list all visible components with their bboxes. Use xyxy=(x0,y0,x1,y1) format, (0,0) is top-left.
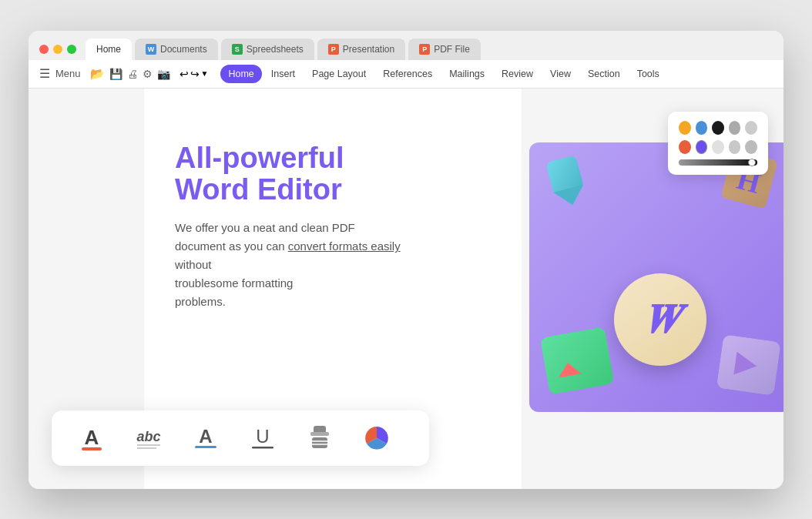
toolbar-icons: 📂 💾 🖨 ⚙ 📷 xyxy=(90,67,170,81)
save-icon[interactable]: 💾 xyxy=(109,68,122,80)
doc-title-line1: All-powerful xyxy=(175,142,491,175)
color-picker-popup[interactable] xyxy=(668,112,768,175)
hero-image: H 𝑾 xyxy=(529,142,783,412)
menu-item-tools-label: Tools xyxy=(637,69,659,79)
tab-pdf-label: PDF File xyxy=(434,44,470,55)
pie-chart-tool[interactable] xyxy=(360,421,394,455)
green-card-icon xyxy=(540,326,615,398)
dropdown-icon[interactable]: ▼ xyxy=(201,69,209,78)
svg-rect-16 xyxy=(252,447,273,449)
doc-body-text: We offer you a neat and clean PDF docume… xyxy=(175,219,406,311)
menu-item-references-label: References xyxy=(383,69,432,79)
color-blue[interactable] xyxy=(696,121,708,135)
color-light-gray3[interactable] xyxy=(745,140,757,154)
map-pin-icon xyxy=(542,153,593,218)
pdf-icon: P xyxy=(419,44,430,55)
presentation-icon: P xyxy=(328,44,339,55)
menu-item-mailings-label: Mailings xyxy=(449,69,485,79)
menu-button[interactable]: ☰ Menu xyxy=(39,66,81,81)
w-letter: 𝑾 xyxy=(643,296,678,343)
tab-presentation-label: Presentation xyxy=(343,44,394,55)
close-button[interactable] xyxy=(39,45,49,54)
doc-body-link[interactable]: convert formats easily xyxy=(288,239,401,253)
right-section: H 𝑾 xyxy=(522,89,783,489)
browser-window: Home W Documents S Spreedsheets P Presen… xyxy=(29,31,783,489)
svg-rect-9 xyxy=(82,447,102,450)
menu-item-home[interactable]: Home xyxy=(220,65,261,83)
w-logo: 𝑾 xyxy=(614,273,706,366)
svg-text:A: A xyxy=(199,426,212,447)
tab-documents[interactable]: W Documents xyxy=(135,39,218,60)
menu-item-view[interactable]: View xyxy=(542,65,579,83)
hamburger-icon: ☰ xyxy=(39,66,50,81)
spreadsheets-icon: S xyxy=(232,44,243,55)
brightness-slider[interactable] xyxy=(679,159,757,166)
bottom-toolbar: A abc A xyxy=(52,410,429,466)
undo-icon[interactable]: ↩ xyxy=(180,68,189,80)
menu-item-mailings[interactable]: Mailings xyxy=(441,65,492,83)
menu-label: Menu xyxy=(55,68,81,79)
maximize-button[interactable] xyxy=(67,45,76,54)
tab-presentation[interactable]: P Presentation xyxy=(317,39,405,60)
toolbar: ☰ Menu 📂 💾 🖨 ⚙ 📷 ↩ ↪ ▼ Home Insert Page … xyxy=(29,60,783,89)
svg-rect-19 xyxy=(312,437,327,448)
color-light-gray2[interactable] xyxy=(729,140,741,154)
tab-spreadsheets[interactable]: S Spreedsheets xyxy=(221,39,314,60)
font-underline-tool[interactable]: A xyxy=(189,421,223,455)
redo-icon[interactable]: ↪ xyxy=(190,68,200,80)
print-icon[interactable]: 🖨 xyxy=(127,68,138,80)
menu-item-page-layout[interactable]: Page Layout xyxy=(304,65,374,83)
menu-item-view-label: View xyxy=(550,69,571,79)
color-purple[interactable] xyxy=(696,140,708,154)
color-black[interactable] xyxy=(712,121,724,135)
menu-item-insert-label: Insert xyxy=(271,69,295,79)
svg-text:U: U xyxy=(256,426,269,447)
tab-home[interactable]: Home xyxy=(86,39,132,60)
svg-rect-18 xyxy=(310,432,329,436)
menu-item-review-label: Review xyxy=(502,69,533,79)
svg-text:abc: abc xyxy=(136,429,160,444)
menu-item-references[interactable]: References xyxy=(375,65,440,83)
slider-thumb[interactable] xyxy=(748,159,756,166)
font-color-tool[interactable]: A xyxy=(75,421,109,455)
camera-icon[interactable]: 📷 xyxy=(157,68,170,80)
color-gray1[interactable] xyxy=(729,121,741,135)
menu-bar: Home Insert Page Layout References Maili… xyxy=(220,65,666,83)
menu-item-insert[interactable]: Insert xyxy=(263,65,303,83)
color-yellow[interactable] xyxy=(679,121,691,135)
color-gray2[interactable] xyxy=(745,121,757,135)
menu-item-review[interactable]: Review xyxy=(494,65,541,83)
content-area: All-powerful Word Editor We offer you a … xyxy=(29,89,783,489)
tab-documents-label: Documents xyxy=(160,44,207,55)
toolbar-nav: ↩ ↪ ▼ xyxy=(180,68,209,80)
color-row-1 xyxy=(679,121,757,135)
svg-text:A: A xyxy=(85,426,99,449)
minimize-button[interactable] xyxy=(53,45,62,54)
tab-home-label: Home xyxy=(96,44,121,55)
text-highlight-tool[interactable]: abc xyxy=(132,421,166,455)
color-red[interactable] xyxy=(679,140,691,154)
hero-3d-container: H 𝑾 xyxy=(529,142,783,412)
underline-tool[interactable]: U xyxy=(246,421,280,455)
menu-item-section-label: Section xyxy=(588,69,620,79)
tab-pdf-file[interactable]: P PDF File xyxy=(408,39,481,60)
doc-body-text-after: withouttroublesome formattingproblems. xyxy=(175,258,293,308)
menu-item-page-layout-label: Page Layout xyxy=(312,69,366,79)
folder-open-icon[interactable]: 📂 xyxy=(90,67,105,81)
menu-item-section[interactable]: Section xyxy=(580,65,628,83)
color-light-gray1[interactable] xyxy=(712,140,724,154)
menu-item-home-label: Home xyxy=(228,69,253,79)
menu-item-tools[interactable]: Tools xyxy=(629,65,667,83)
tab-spreadsheets-label: Spreedsheets xyxy=(247,44,304,55)
traffic-lights xyxy=(39,45,76,54)
settings-icon[interactable]: ⚙ xyxy=(143,68,153,80)
purple-card-icon xyxy=(716,334,781,399)
svg-rect-14 xyxy=(195,446,216,448)
doc-title-line2: Word Editor xyxy=(175,174,491,206)
title-bar: Home W Documents S Spreedsheets P Presen… xyxy=(29,31,783,60)
documents-icon: W xyxy=(146,44,156,55)
color-row-2 xyxy=(679,140,757,154)
svg-rect-4 xyxy=(540,326,615,395)
stamp-tool[interactable] xyxy=(303,421,337,455)
